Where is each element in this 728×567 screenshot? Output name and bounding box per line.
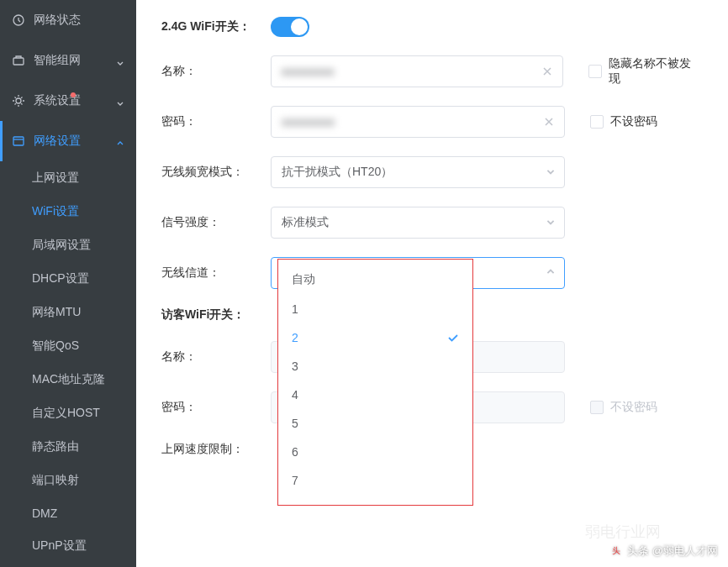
- channel-dropdown: 自动 1 2 3 4 5 6 7: [277, 259, 473, 506]
- checkbox-icon: [588, 65, 602, 78]
- watermark-icon: 头: [609, 543, 624, 559]
- sub-static-route[interactable]: 静态路由: [0, 430, 136, 464]
- sub-internet[interactable]: 上网设置: [0, 161, 136, 195]
- sidebar: 网络状态 智能组网 系统设置 网络设置 上网设置 WiFi设置 局域网设置 DH…: [0, 0, 136, 567]
- channel-option-2[interactable]: 2: [278, 323, 472, 352]
- sub-upnp[interactable]: UPnP设置: [0, 529, 136, 563]
- chevron-up-icon: [546, 266, 556, 280]
- channel-dropdown-list[interactable]: 自动 1 2 3 4 5 6 7: [278, 265, 472, 500]
- password-label: 密码：: [161, 114, 271, 129]
- clear-icon[interactable]: [542, 115, 556, 129]
- chevron-down-icon: [116, 56, 124, 65]
- sub-lan[interactable]: 局域网设置: [0, 228, 136, 262]
- guest-name-label: 名称：: [161, 349, 271, 365]
- nav-label: 网络状态: [34, 13, 124, 28]
- sub-custom-host[interactable]: 自定义HOST: [0, 396, 136, 430]
- sub-port-forward[interactable]: 端口映射: [0, 464, 136, 497]
- channel-option-3[interactable]: 3: [278, 352, 472, 381]
- mesh-icon: [12, 54, 25, 67]
- guest-no-password-checkbox: 不设密码: [590, 400, 657, 415]
- name-label: 名称：: [161, 64, 271, 79]
- no-password-label: 不设密码: [610, 114, 657, 129]
- dashboard-icon: [12, 13, 25, 27]
- svg-rect-3: [13, 137, 24, 145]
- password-input[interactable]: [282, 115, 537, 129]
- channel-option-5[interactable]: 5: [278, 409, 472, 438]
- svg-point-2: [16, 98, 21, 103]
- signal-select[interactable]: 标准模式: [271, 207, 565, 239]
- sub-qos[interactable]: 智能QoS: [0, 329, 136, 363]
- chevron-down-icon: [116, 97, 124, 105]
- content: 2.4G WiFi开关： 名称： 隐藏名称不被发现 密码： 不设密码 无: [136, 0, 728, 567]
- nav-network-status[interactable]: 网络状态: [0, 0, 136, 40]
- nav-label: 智能组网: [34, 53, 116, 68]
- faint-watermark: 弱电行业网: [585, 522, 661, 542]
- no-password-checkbox[interactable]: 不设密码: [590, 114, 657, 129]
- sub-mtu[interactable]: 网络MTU: [0, 296, 136, 329]
- chevron-down-icon: [546, 216, 556, 229]
- password-input-wrap: [271, 106, 565, 138]
- name-input-wrap: [271, 55, 564, 87]
- gear-icon: [12, 94, 25, 108]
- check-icon: [447, 332, 459, 344]
- svg-rect-1: [13, 58, 24, 65]
- channel-label: 无线信道：: [161, 265, 271, 281]
- channel-option-auto[interactable]: 自动: [278, 265, 472, 295]
- sub-dmz[interactable]: DMZ: [0, 497, 136, 529]
- guest-switch-label: 访客WiFi开关：: [161, 307, 271, 323]
- wifi-switch-label: 2.4G WiFi开关：: [161, 19, 271, 34]
- watermark: 头 头条 @弱电人才网: [609, 543, 718, 559]
- nav-network-settings[interactable]: 网络设置: [0, 121, 136, 161]
- sub-net-tools[interactable]: 网络工具: [0, 563, 136, 567]
- channel-option-1[interactable]: 1: [278, 295, 472, 323]
- checkbox-icon: [590, 401, 604, 414]
- nav-smart-mesh[interactable]: 智能组网: [0, 40, 136, 81]
- sub-wifi[interactable]: WiFi设置: [0, 195, 136, 228]
- signal-label: 信号强度：: [161, 215, 271, 230]
- channel-option-4[interactable]: 4: [278, 381, 472, 409]
- checkbox-icon: [590, 115, 604, 129]
- name-input[interactable]: [282, 65, 536, 78]
- guest-password-label: 密码：: [161, 400, 271, 415]
- globe-icon: [12, 134, 25, 148]
- channel-option-6[interactable]: 6: [278, 438, 472, 466]
- nav-label: 网络设置: [34, 134, 116, 149]
- wifi-switch-toggle[interactable]: [271, 17, 309, 37]
- nav-system-settings[interactable]: 系统设置: [0, 81, 136, 121]
- guest-speed-label: 上网速度限制：: [161, 442, 271, 457]
- hide-ssid-checkbox[interactable]: 隐藏名称不被发现: [588, 56, 703, 87]
- select-value: 标准模式: [282, 215, 329, 230]
- clear-icon[interactable]: [541, 65, 554, 78]
- bandwidth-select[interactable]: 抗干扰模式（HT20）: [271, 156, 565, 188]
- guest-no-password-label: 不设密码: [610, 400, 657, 415]
- sub-mac-clone[interactable]: MAC地址克隆: [0, 363, 136, 396]
- hide-ssid-label: 隐藏名称不被发现: [609, 56, 703, 87]
- channel-option-7[interactable]: 7: [278, 466, 472, 495]
- watermark-text: 头条 @弱电人才网: [627, 543, 718, 559]
- select-value: 抗干扰模式（HT20）: [282, 165, 393, 180]
- bandwidth-label: 无线频宽模式：: [161, 165, 271, 180]
- notification-dot-icon: [71, 92, 76, 97]
- chevron-down-icon: [546, 165, 556, 179]
- sub-dhcp[interactable]: DHCP设置: [0, 262, 136, 296]
- chevron-up-icon: [116, 137, 124, 145]
